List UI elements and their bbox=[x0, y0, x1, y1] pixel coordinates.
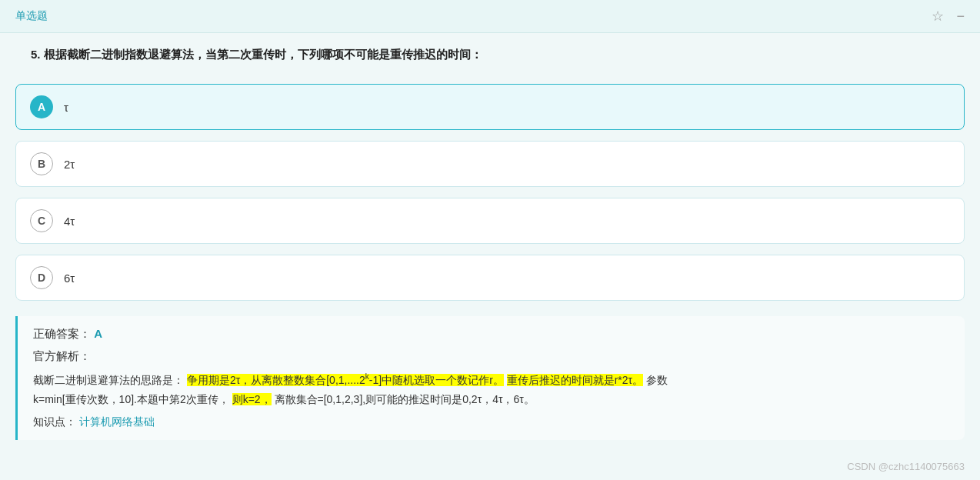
option-A[interactable]: A τ bbox=[15, 84, 965, 130]
correct-answer-row: 正确答案： A bbox=[33, 327, 949, 342]
page-container: 单选题 ☆ − 5. 根据截断二进制指数退避算法，当第二次重传时，下列哪项不可能… bbox=[0, 0, 980, 480]
option-C[interactable]: C 4τ bbox=[15, 198, 965, 244]
header-bar: 单选题 ☆ − bbox=[0, 0, 980, 33]
watermark: CSDN @czhc1140075663 bbox=[847, 461, 965, 472]
analysis-highlight2: 重传后推迟的时间就是r*2τ。 bbox=[507, 374, 643, 386]
knowledge-link[interactable]: 计算机网络基础 bbox=[79, 415, 155, 428]
option-B-label: B bbox=[30, 152, 53, 175]
option-A-text: τ bbox=[64, 101, 68, 114]
question-text: 根据截断二进制指数退避算法，当第二次重传时，下列哪项不可能是重传推迟的时间： bbox=[44, 48, 482, 61]
analysis-title: 官方解析： bbox=[33, 349, 949, 364]
correct-answer-prefix: 正确答案： bbox=[33, 327, 91, 340]
option-A-label: A bbox=[30, 95, 53, 118]
analysis-line1-after: 参数 bbox=[646, 374, 668, 386]
analysis-line2-before: k=min[重传次数，10].本题中第2次重传， bbox=[33, 393, 229, 405]
question-title: 5. 根据截断二进制指数退避算法，当第二次重传时，下列哪项不可能是重传推迟的时间… bbox=[31, 45, 949, 64]
option-B[interactable]: B 2τ bbox=[15, 141, 965, 187]
header-icons: ☆ − bbox=[932, 8, 965, 25]
correct-answer-value: A bbox=[94, 327, 102, 340]
option-B-text: 2τ bbox=[64, 158, 75, 171]
question-type-tag[interactable]: 单选题 bbox=[15, 9, 48, 23]
answer-section: 正确答案： A 官方解析： 截断二进制退避算法的思路是： 争用期是2τ，从离散整… bbox=[15, 316, 965, 440]
question-number: 5. bbox=[31, 48, 41, 61]
option-C-text: 4τ bbox=[64, 215, 75, 228]
option-D-text: 6τ bbox=[64, 272, 75, 285]
analysis-line1-before: 截断二进制退避算法的思路是： bbox=[33, 374, 184, 386]
knowledge-prefix: 知识点： bbox=[33, 415, 76, 428]
analysis-highlight3: 则k=2， bbox=[232, 393, 272, 405]
analysis-line2-after: 离散集合=[0,1,2,3],则可能的推迟时间是0,2τ，4τ，6τ。 bbox=[275, 393, 535, 405]
question-section: 5. 根据截断二进制指数退避算法，当第二次重传时，下列哪项不可能是重传推迟的时间… bbox=[0, 33, 980, 84]
analysis-body: 截断二进制退避算法的思路是： 争用期是2τ，从离散整数集合[0,1,....2k… bbox=[33, 370, 949, 409]
options-container: A τ B 2τ C 4τ D 6τ bbox=[0, 84, 980, 301]
minus-icon[interactable]: − bbox=[956, 8, 965, 25]
knowledge-row: 知识点： 计算机网络基础 bbox=[33, 415, 949, 429]
analysis-highlight1: 争用期是2τ，从离散整数集合[0,1,....2k-1]中随机选取一个数记作r。 bbox=[187, 374, 504, 386]
option-D[interactable]: D 6τ bbox=[15, 255, 965, 301]
option-D-label: D bbox=[30, 266, 53, 289]
star-icon[interactable]: ☆ bbox=[932, 8, 944, 25]
option-C-label: C bbox=[30, 209, 53, 232]
